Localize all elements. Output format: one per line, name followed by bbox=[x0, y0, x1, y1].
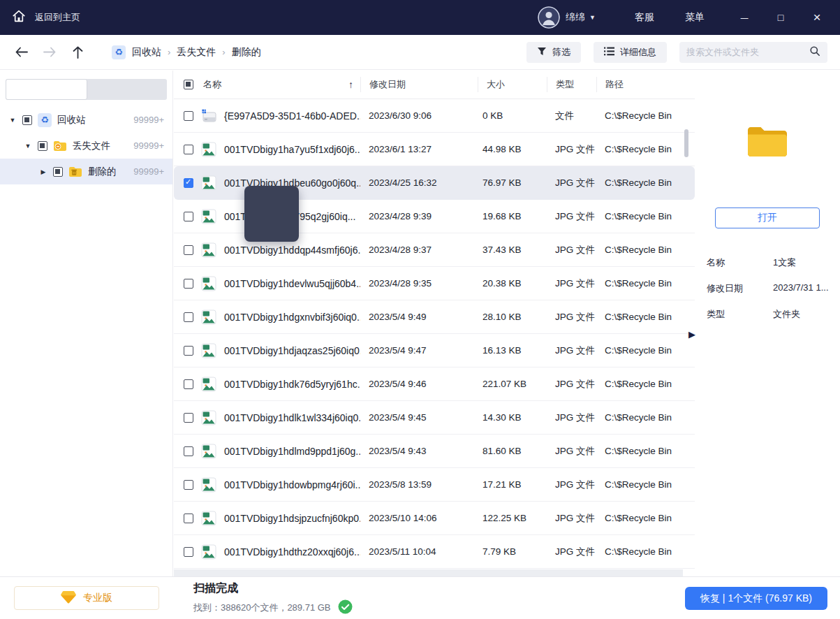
home-button[interactable]: 返回到主页 bbox=[11, 8, 80, 27]
up-button[interactable] bbox=[68, 43, 87, 61]
row-checkbox[interactable] bbox=[184, 245, 193, 255]
table-row[interactable]: 001TVDbigy1hdowbpmg4rj60i... 2023/5/8 13… bbox=[174, 468, 695, 502]
jpg-file-icon bbox=[200, 342, 218, 360]
details-button[interactable]: 详细信息 bbox=[594, 42, 667, 63]
row-checkbox[interactable] bbox=[184, 279, 193, 289]
table-row[interactable]: 001TVDbigy1ha7yu5f1xdj60j6... 2023/6/1 1… bbox=[174, 133, 695, 166]
table-row[interactable]: 001TVDbigy1hdthz20xxqj60j6... 2023/5/11 … bbox=[174, 535, 695, 569]
pro-version-button[interactable]: 专业版 bbox=[14, 586, 159, 610]
row-checkbox[interactable] bbox=[184, 346, 193, 356]
sidebar-tab[interactable] bbox=[87, 79, 168, 100]
panel-collapse-arrow-icon[interactable]: ▶ bbox=[688, 329, 695, 340]
sidebar-tree: ▼ ♻ 回收站 99999+ ▼ 丢失文件 99999+ ▶ 删除的 99 bbox=[0, 107, 172, 184]
row-checkbox[interactable] bbox=[184, 514, 193, 523]
folder-preview-icon bbox=[695, 124, 840, 160]
jpg-file-icon bbox=[200, 275, 218, 293]
avatar[interactable] bbox=[538, 6, 560, 29]
table-row[interactable]: 001TVDbigy1hdk76d5yryj61hc... 2023/5/4 9… bbox=[174, 367, 695, 401]
column-header-size[interactable]: 大小 bbox=[478, 77, 547, 92]
row-checkbox[interactable] bbox=[184, 212, 193, 221]
row-checkbox[interactable] bbox=[184, 145, 193, 154]
file-size: 37.43 KB bbox=[478, 245, 547, 255]
search-icon[interactable] bbox=[809, 45, 820, 59]
file-size: 28.10 KB bbox=[478, 312, 547, 322]
preview-detail-row: 名称 1文案 bbox=[707, 256, 840, 269]
menu-link[interactable]: 菜单 bbox=[685, 11, 705, 24]
file-date: 2023/4/28 9:37 bbox=[360, 245, 478, 255]
open-button[interactable]: 打开 bbox=[715, 207, 820, 228]
file-path: C:\$Recycle Bin bbox=[596, 379, 683, 389]
tree-item[interactable]: ▼ 丢失文件 99999+ bbox=[0, 133, 172, 159]
partially-visible-row bbox=[174, 569, 683, 576]
gem-icon bbox=[61, 590, 76, 606]
column-header-path[interactable]: 路径 bbox=[596, 77, 683, 92]
toolbar-right: 筛选 详细信息 bbox=[526, 42, 827, 63]
file-path: C:\$Recycle Bin bbox=[596, 446, 683, 456]
row-checkbox[interactable] bbox=[184, 413, 193, 423]
file-name: 001TVDbigy1hdk76d5yryj61hc... bbox=[224, 379, 360, 390]
row-checkbox[interactable] bbox=[184, 111, 193, 121]
tree-expand-arrow-icon[interactable]: ▼ bbox=[8, 117, 17, 124]
tree-expand-arrow-icon[interactable]: ▶ bbox=[39, 168, 47, 175]
table-row[interactable]: 001TVDbigy1hdevlwu5qjj60b4... 2023/4/28 … bbox=[174, 267, 695, 300]
column-header-name[interactable]: 名称 ↑ bbox=[174, 77, 360, 92]
table-row[interactable]: {E997A5D9-35D1-46b0-ADED... 2023/6/30 9:… bbox=[174, 99, 695, 133]
username[interactable]: 绵绵 bbox=[566, 11, 585, 24]
tree-checkbox[interactable] bbox=[38, 141, 47, 151]
file-size: 44.98 KB bbox=[478, 144, 547, 154]
file-date: 2023/5/4 9:49 bbox=[360, 312, 478, 322]
minimize-button[interactable]: ─ bbox=[732, 12, 756, 24]
recover-button[interactable]: 恢复 | 1个文件 (76.97 KB) bbox=[685, 587, 827, 610]
filter-button-label: 筛选 bbox=[552, 46, 570, 59]
close-button[interactable]: × bbox=[805, 10, 829, 25]
tree-expand-arrow-icon[interactable]: ▼ bbox=[24, 143, 32, 150]
select-all-checkbox[interactable] bbox=[184, 80, 193, 89]
tree-checkbox[interactable] bbox=[53, 167, 63, 177]
back-button[interactable] bbox=[13, 43, 31, 61]
table-row[interactable]: 001TVDbigy1hdsjpzucfnj60kp0... 2023/5/10… bbox=[174, 502, 695, 535]
support-link[interactable]: 客服 bbox=[635, 11, 654, 24]
row-checkbox[interactable] bbox=[184, 446, 193, 456]
detail-label: 名称 bbox=[707, 256, 773, 269]
file-date: 2023/5/11 10:04 bbox=[360, 546, 478, 557]
table-row[interactable]: 001TVDbigy1hdlk1wl334j60iq0... 2023/5/4 … bbox=[174, 401, 695, 435]
file-name: 001TVDbigy1hddqp44smfj60j6... bbox=[224, 245, 360, 256]
file-size: 122.25 KB bbox=[478, 513, 547, 523]
file-path: C:\$Recycle Bin bbox=[596, 479, 683, 490]
file-path: C:\$Recycle Bin bbox=[596, 144, 683, 154]
file-date: 2023/4/25 16:32 bbox=[360, 177, 478, 188]
detail-label: 类型 bbox=[707, 308, 773, 321]
row-checkbox[interactable] bbox=[184, 312, 193, 322]
file-size: 17.21 KB bbox=[478, 479, 547, 490]
filter-button[interactable]: 筛选 bbox=[526, 42, 581, 63]
column-name-label: 名称 bbox=[203, 78, 221, 91]
sidebar-tabs bbox=[6, 79, 167, 100]
breadcrumb-item[interactable]: 丢失文件 bbox=[177, 46, 216, 59]
table-row[interactable]: 001TVDbigy1hdjaqzas25j60iq0... 2023/5/4 … bbox=[174, 334, 695, 367]
forward-button[interactable] bbox=[40, 43, 59, 61]
sidebar-tab[interactable] bbox=[6, 79, 87, 100]
row-checkbox[interactable] bbox=[184, 480, 193, 490]
sort-ascending-icon[interactable]: ↑ bbox=[348, 79, 353, 90]
table-row[interactable]: 001TVDbigy1hdgxnvbif3j60iq0... 2023/5/4 … bbox=[174, 300, 695, 334]
maximize-button[interactable]: □ bbox=[769, 12, 793, 23]
row-checkbox[interactable] bbox=[184, 547, 193, 557]
row-checkbox[interactable] bbox=[184, 178, 193, 188]
file-size: 0 KB bbox=[478, 110, 547, 121]
breadcrumb-item[interactable]: 回收站 bbox=[132, 46, 161, 59]
table-row[interactable]: 001TVDbigy1hdlmd9ppd1j60g... 2023/5/4 9:… bbox=[174, 435, 695, 468]
row-checkbox[interactable] bbox=[184, 379, 193, 389]
search-input[interactable] bbox=[686, 47, 809, 57]
file-file-icon bbox=[200, 107, 218, 125]
vertical-scrollbar-thumb[interactable] bbox=[684, 129, 688, 157]
file-type: JPG 文件 bbox=[547, 546, 596, 558]
column-header-date[interactable]: 修改日期 bbox=[360, 77, 478, 92]
tree-item[interactable]: ▶ 删除的 99999+ bbox=[0, 159, 172, 184]
breadcrumb-item[interactable]: 删除的 bbox=[232, 46, 261, 59]
breadcrumb-separator: › bbox=[168, 47, 170, 57]
preview-detail-row: 修改日期 2023/7/31 1... bbox=[707, 282, 840, 295]
tree-item[interactable]: ▼ ♻ 回收站 99999+ bbox=[0, 107, 172, 133]
chevron-down-icon[interactable]: ▼ bbox=[589, 14, 596, 21]
column-header-type[interactable]: 类型 bbox=[547, 77, 596, 92]
tree-checkbox[interactable] bbox=[22, 115, 32, 125]
